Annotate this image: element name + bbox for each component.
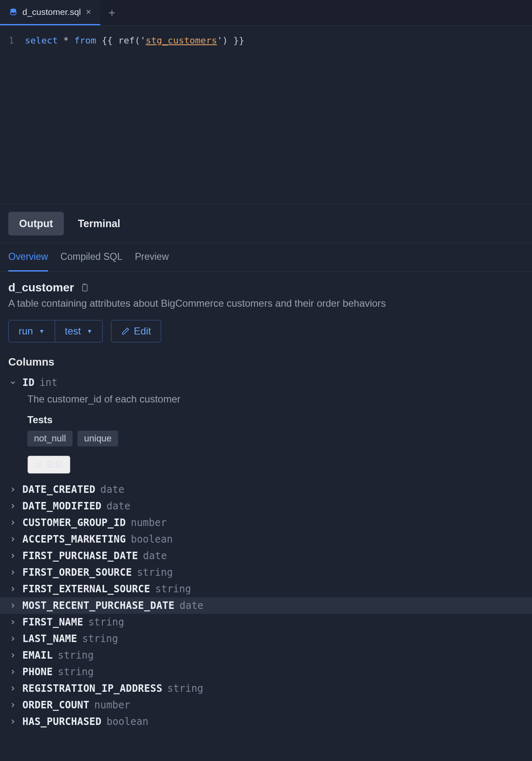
column-row[interactable]: MOST_RECENT_PURCHASE_DATE date (0, 597, 532, 614)
model-description: A table containing attributes about BigC… (8, 298, 524, 309)
column-row[interactable]: REGISTRATION_IP_ADDRESS string (8, 680, 524, 697)
column-row[interactable]: ORDER_COUNT number (8, 697, 524, 713)
clipboard-icon[interactable] (80, 282, 89, 293)
column-row[interactable]: DATE_CREATED date (8, 481, 524, 498)
column-type: string (58, 650, 94, 661)
column-row[interactable]: HAS_PURCHASED boolean (8, 713, 524, 730)
column-type: date (100, 484, 124, 495)
panel-tabs: Output Terminal (0, 204, 532, 243)
chevron-right-icon (8, 502, 17, 510)
model-name: d_customer (8, 281, 74, 294)
new-tab-button[interactable]: + (100, 0, 123, 25)
file-tab-active[interactable]: d_customer.sql × (0, 0, 100, 25)
subtab-compiled-sql[interactable]: Compiled SQL (60, 243, 123, 271)
column-type: date (143, 550, 167, 562)
subtab-overview[interactable]: Overview (8, 243, 48, 271)
column-row[interactable]: FIRST_NAME string (8, 614, 524, 630)
column-type: date (179, 600, 203, 611)
action-buttons: run ▼ test ▼ Edit (8, 320, 524, 342)
test-pill: unique (77, 431, 118, 446)
chevron-right-icon (8, 635, 17, 642)
column-name: DATE_CREATED (22, 484, 95, 495)
column-type: int (39, 377, 57, 388)
column-type: string (137, 567, 173, 578)
chevron-down-icon: ▼ (39, 328, 45, 334)
chevron-right-icon (8, 602, 17, 609)
column-type: date (106, 500, 131, 512)
column-row[interactable]: FIRST_ORDER_SOURCE string (8, 564, 524, 581)
code-content: select * from {{ ref('stg_customers') }} (25, 33, 244, 48)
column-name: MOST_RECENT_PURCHASE_DATE (22, 600, 174, 611)
column-name: CUSTOMER_GROUP_ID (22, 517, 126, 528)
column-name: LAST_NAME (22, 633, 77, 645)
chevron-right-icon (8, 652, 17, 659)
column-name: FIRST_ORDER_SOURCE (22, 567, 132, 578)
test-pill: not_null (27, 431, 73, 446)
column-row[interactable]: ACCEPTS_MARKETING boolean (8, 531, 524, 548)
column-type: boolean (106, 716, 148, 727)
column-name: DATE_MODIFIED (22, 500, 102, 512)
file-tabs-bar: d_customer.sql × + (0, 0, 532, 26)
columns-list: ID int The customer_id of each customer … (8, 374, 524, 730)
test-button[interactable]: test ▼ (55, 320, 103, 342)
chevron-right-icon (8, 536, 17, 543)
chevron-right-icon (8, 685, 17, 692)
tab-output[interactable]: Output (8, 212, 64, 235)
database-icon (9, 8, 17, 16)
chevron-right-icon (8, 486, 17, 493)
column-name: ID (22, 377, 34, 388)
column-description: The customer_id of each customer (27, 393, 524, 405)
column-type: string (155, 583, 191, 595)
column-name: ACCEPTS_MARKETING (22, 533, 126, 545)
column-type: string (167, 683, 203, 694)
column-name: FIRST_PURCHASE_DATE (22, 550, 138, 562)
column-type: string (58, 666, 94, 678)
column-row[interactable]: CUSTOMER_GROUP_ID number (8, 514, 524, 531)
subtab-preview[interactable]: Preview (135, 243, 169, 271)
file-tab-label: d_customer.sql (22, 7, 81, 17)
column-type: string (88, 616, 124, 628)
chevron-right-icon (8, 569, 17, 576)
line-number: 1 (0, 33, 25, 48)
column-row[interactable]: DATE_MODIFIED date (8, 498, 524, 514)
column-name: REGISTRATION_IP_ADDRESS (22, 683, 162, 694)
columns-heading: Columns (8, 356, 524, 368)
output-sub-tabs: Overview Compiled SQL Preview (0, 243, 532, 272)
edit-column-button[interactable]: Edit (27, 456, 70, 474)
edit-button[interactable]: Edit (111, 320, 161, 342)
column-detail: The customer_id of each customer Tests n… (8, 391, 524, 481)
column-row-expanded[interactable]: ID int (8, 374, 524, 391)
model-title-row: d_customer (8, 281, 524, 294)
code-line: 1 select * from {{ ref('stg_customers') … (0, 33, 532, 48)
column-row[interactable]: FIRST_EXTERNAL_SOURCE string (8, 581, 524, 597)
tab-terminal[interactable]: Terminal (67, 212, 131, 235)
column-name: FIRST_EXTERNAL_SOURCE (22, 583, 150, 595)
chevron-right-icon (8, 718, 17, 725)
column-row[interactable]: FIRST_PURCHASE_DATE date (8, 548, 524, 564)
svg-rect-1 (82, 285, 87, 291)
run-test-group: run ▼ test ▼ (8, 320, 103, 342)
column-row[interactable]: PHONE string (8, 664, 524, 680)
test-pills: not_null unique (27, 431, 524, 446)
chevron-right-icon (8, 552, 17, 560)
column-name: FIRST_NAME (22, 616, 83, 628)
code-editor[interactable]: 1 select * from {{ ref('stg_customers') … (0, 26, 532, 204)
chevron-down-icon: ▼ (87, 328, 92, 334)
column-type: number (94, 699, 131, 711)
column-name: EMAIL (22, 650, 53, 661)
ref-link[interactable]: stg_customers (145, 35, 217, 46)
column-name: HAS_PURCHASED (22, 716, 102, 727)
column-type: string (82, 633, 118, 645)
column-row[interactable]: LAST_NAME string (8, 630, 524, 647)
chevron-right-icon (8, 519, 17, 526)
tests-heading: Tests (27, 414, 524, 426)
close-icon[interactable]: × (86, 7, 91, 17)
chevron-right-icon (8, 618, 17, 626)
chevron-right-icon (8, 701, 17, 709)
column-row[interactable]: EMAIL string (8, 647, 524, 664)
chevron-down-icon (8, 379, 17, 386)
overview-panel: d_customer A table containing attributes… (0, 272, 532, 730)
run-button[interactable]: run ▼ (8, 320, 55, 342)
column-name: PHONE (22, 666, 53, 678)
pencil-icon (35, 461, 43, 468)
